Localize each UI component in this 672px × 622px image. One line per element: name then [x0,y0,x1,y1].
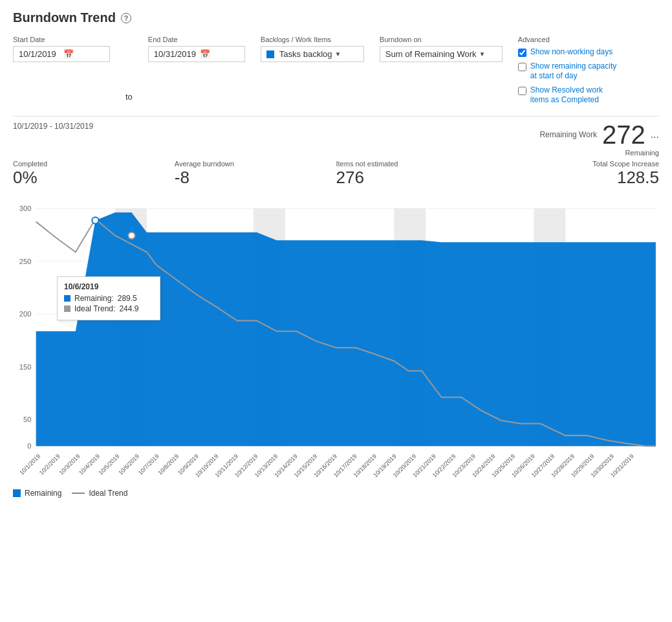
total-scope-value: 128.5 [497,168,659,187]
to-separator: to [125,92,133,106]
legend-remaining-color [13,489,21,497]
chart-date-range: 10/1/2019 - 10/31/2019 [13,122,93,131]
start-date-value: 10/1/2019 [19,49,60,59]
start-date-group: Start Date 10/1/2019 📅 [13,36,110,62]
more-options-icon[interactable]: ... [651,129,659,140]
chart-area: 300 250 200 150 50 0 [13,192,659,483]
legend-ideal-line [72,493,85,494]
checkbox-remaining-capacity: Show remaining capacity at start of day [518,61,621,82]
end-date-label: End Date [148,36,245,43]
checkbox-capacity-label[interactable]: Show remaining capacity at start of day [530,61,621,82]
legend-remaining-label: Remaining [25,489,61,498]
total-scope-stat: Total Scope Increase 128.5 [497,160,659,187]
completed-value: 0% [13,168,175,187]
remaining-work-label: Remaining Work [539,130,596,139]
svg-text:10/1/2019: 10/1/2019 [18,453,41,476]
checkbox-resolved: Show Resolved work items as Completed [518,85,621,106]
burndown-chart: 300 250 200 150 50 0 [13,192,659,483]
svg-text:10/4/2019: 10/4/2019 [78,453,101,476]
remaining-sub-label: Remaining [625,149,659,157]
items-not-estimated-value: 276 [336,168,498,187]
remaining-work-box: Remaining Work 272 ... Remaining [539,122,659,157]
end-date-input[interactable]: 10/31/2019 📅 [148,46,245,62]
page-title: Burndown Trend [13,10,116,25]
burndown-on-value: Sum of Remaining Work [385,49,477,59]
end-date-value: 10/31/2019 [154,49,196,59]
chart-header: 10/1/2019 - 10/31/2019 Remaining Work 27… [13,122,659,157]
completed-stat: Completed 0% [13,160,175,187]
svg-text:250: 250 [19,258,32,265]
legend-ideal-trend: Ideal Trend [72,489,127,498]
checkbox-nonworking: Show non-working days [518,47,621,58]
svg-text:150: 150 [19,363,32,371]
backlogs-group: Backlogs / Work Items Tasks backlog ▼ [261,36,364,62]
tooltip-remaining-row: Remaining: 289.5 [64,294,153,303]
svg-text:10/7/2019: 10/7/2019 [137,453,160,476]
calendar-icon: 📅 [63,49,104,59]
tooltip-date: 10/6/2019 [64,282,153,291]
divider [13,116,659,117]
svg-text:200: 200 [19,310,32,318]
backlogs-label: Backlogs / Work Items [261,36,364,43]
checkbox-capacity-input[interactable] [518,63,526,71]
tooltip-ideal-label: Ideal Trend: [74,304,115,313]
stats-row: Completed 0% Average burndown -8 Items n… [13,160,659,187]
svg-text:0: 0 [27,442,31,450]
checkbox-resolved-label[interactable]: Show Resolved work items as Completed [530,85,621,106]
backlog-icon [266,50,274,58]
tooltip-ideal-row: Ideal Trend: 244.9 [64,304,153,313]
checkbox-nonworking-input[interactable] [518,49,526,57]
legend-ideal-label: Ideal Trend [89,489,127,498]
backlogs-value: Tasks backlog [279,49,332,59]
burndown-on-dropdown[interactable]: Sum of Remaining Work ▼ [380,46,503,62]
tooltip-remaining-color [64,295,70,302]
checkbox-resolved-input[interactable] [518,87,526,95]
svg-text:300: 300 [19,205,32,212]
backlogs-dropdown[interactable]: Tasks backlog ▼ [261,46,364,62]
chart-legend: Remaining Ideal Trend [13,489,659,498]
tooltip-remaining-label: Remaining: [74,294,114,303]
items-not-estimated-stat: Items not estimated 276 [336,160,498,187]
chevron-down-icon-burndown: ▼ [479,50,486,58]
checkbox-nonworking-label[interactable]: Show non-working days [530,47,612,58]
tooltip-ideal-color [64,305,70,312]
help-icon[interactable]: ? [121,13,131,23]
tooltip-remaining-value: 289.5 [118,294,137,303]
end-date-group: End Date 10/31/2019 📅 [148,36,245,62]
calendar-icon-end: 📅 [200,49,239,59]
burndown-on-group: Burndown on Sum of Remaining Work ▼ [380,36,503,62]
legend-remaining: Remaining [13,489,61,498]
svg-text:10/8/2019: 10/8/2019 [157,453,180,476]
chart-tooltip: 10/6/2019 Remaining: 289.5 Ideal Trend: … [57,276,160,320]
remaining-work-value: 272 [602,122,645,148]
advanced-label: Advanced [518,36,621,43]
svg-point-17 [128,232,135,239]
svg-point-18 [92,217,98,223]
svg-text:10/3/2019: 10/3/2019 [58,453,81,476]
svg-marker-16 [36,212,656,446]
svg-text:10/6/2019: 10/6/2019 [117,453,140,476]
start-date-label: Start Date [13,36,110,43]
avg-burndown-stat: Average burndown -8 [175,160,336,187]
start-date-input[interactable]: 10/1/2019 📅 [13,46,110,62]
tooltip-ideal-value: 244.9 [119,304,138,313]
svg-text:10/5/2019: 10/5/2019 [98,453,121,476]
svg-text:50: 50 [23,416,31,423]
burndown-on-label: Burndown on [380,36,503,43]
chevron-down-icon: ▼ [335,50,341,58]
advanced-group: Advanced Show non-working days Show rema… [518,36,621,106]
avg-burndown-label: Average burndown [175,160,336,168]
avg-burndown-value: -8 [175,168,336,187]
svg-text:10/2/2019: 10/2/2019 [38,453,61,476]
